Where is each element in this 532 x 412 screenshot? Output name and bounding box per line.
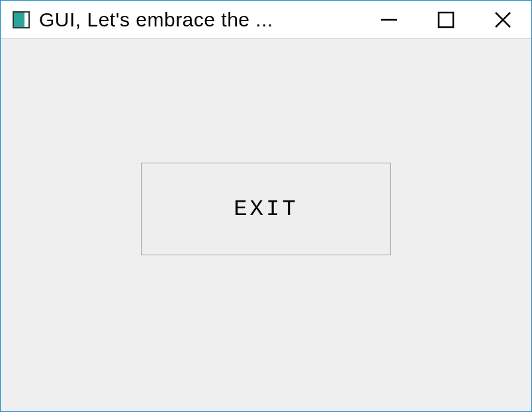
maximize-button[interactable] (418, 1, 474, 38)
window-title: GUI, Let's embrace the ... (39, 9, 273, 31)
app-icon (13, 11, 30, 28)
minimize-button[interactable] (361, 1, 418, 38)
svg-rect-1 (439, 13, 453, 27)
maximize-icon (437, 11, 455, 29)
close-button[interactable] (474, 1, 531, 38)
content-wrap: EXIT (1, 163, 531, 255)
titlebar[interactable]: GUI, Let's embrace the ... (1, 1, 531, 39)
window-controls (361, 1, 531, 38)
minimize-icon (379, 10, 399, 30)
client-area: EXIT (1, 39, 531, 411)
close-icon (493, 10, 513, 30)
exit-button[interactable]: EXIT (141, 163, 391, 255)
application-window: GUI, Let's embrace the ... EXIT (0, 0, 532, 412)
